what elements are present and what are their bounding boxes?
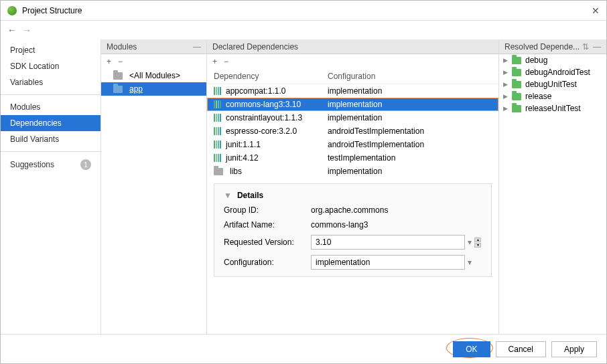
modules-list: <All Modules> app — [101, 69, 206, 96]
ok-button[interactable]: OK — [453, 341, 490, 357]
resolved-panel-title: Resolved Depende... — [504, 42, 580, 52]
folder-icon — [512, 81, 521, 88]
dependency-config: implementation — [328, 113, 382, 122]
folder-icon — [214, 168, 223, 175]
dependency-row[interactable]: commons-lang3:3.10implementation — [207, 98, 498, 111]
dependencies-panel: Declared Dependencies + − Dependency Con… — [207, 39, 499, 334]
dependency-name: constraintlayout:1.1.3 — [226, 113, 302, 122]
module-item-all[interactable]: <All Modules> — [101, 69, 206, 82]
dialog-footer: OK Cancel Apply — [1, 334, 606, 363]
details-title: Details — [237, 191, 263, 200]
back-icon[interactable]: ← — [7, 25, 17, 35]
dependency-row[interactable]: appcompat:1.1.0implementation — [207, 84, 498, 98]
close-icon[interactable]: ✕ — [592, 5, 600, 16]
folder-icon — [512, 69, 521, 76]
resolved-label: debugUnitTest — [525, 80, 577, 89]
artifact-name-value: commons-lang3 — [311, 220, 482, 230]
modules-toolbar: + − — [101, 54, 206, 69]
dependency-name: junit:4.12 — [226, 153, 259, 163]
expand-icon[interactable]: ▶ — [503, 57, 508, 64]
dropdown-icon[interactable]: ▾ — [468, 238, 472, 247]
version-stepper[interactable]: ▴▾ — [474, 238, 481, 248]
minimize-icon[interactable]: — — [593, 42, 601, 52]
dependency-config: testImplementation — [328, 153, 395, 163]
dependency-config: androidTestImplementation — [328, 140, 424, 149]
dependency-row[interactable]: espresso-core:3.2.0androidTestImplementa… — [207, 124, 498, 138]
modules-panel-header: Modules — — [101, 39, 206, 54]
resolved-item[interactable]: ▶debugUnitTest — [499, 78, 606, 90]
sidebar-item-project[interactable]: Project — [1, 42, 100, 58]
sidebar-item-sdk-location[interactable]: SDK Location — [1, 58, 100, 74]
forward-icon[interactable]: → — [22, 25, 31, 35]
artifact-name-label: Artifact Name: — [224, 220, 304, 230]
col-configuration: Configuration — [328, 72, 375, 81]
dependency-row[interactable]: constraintlayout:1.1.3implementation — [207, 111, 498, 124]
add-dependency-icon[interactable]: + — [212, 57, 217, 66]
resolved-item[interactable]: ▶debug — [499, 54, 606, 66]
dropdown-icon[interactable]: ▾ — [468, 258, 472, 267]
library-icon — [214, 87, 222, 95]
add-module-icon[interactable]: + — [107, 57, 111, 66]
library-icon — [214, 127, 222, 135]
library-icon — [214, 154, 222, 162]
suggestions-badge: 1 — [80, 159, 91, 170]
dependency-row[interactable]: junit:1.1.1androidTestImplementation — [207, 138, 498, 151]
sidebar-item-build-variants[interactable]: Build Variants — [1, 131, 100, 147]
resolved-label: debugAndroidTest — [525, 68, 590, 77]
apply-button[interactable]: Apply — [551, 341, 597, 357]
deps-toolbar: + − — [207, 54, 498, 69]
expand-icon[interactable]: ▶ — [503, 81, 508, 88]
dependency-name: junit:1.1.1 — [226, 140, 261, 149]
dependency-name: libs — [230, 167, 242, 176]
dependency-config: implementation — [328, 100, 382, 109]
group-id-value: org.apache.commons — [311, 205, 482, 215]
sidebar-item-modules[interactable]: Modules — [1, 99, 100, 115]
dependency-config: implementation — [328, 86, 382, 96]
library-icon — [214, 100, 222, 108]
resolved-list: ▶debug▶debugAndroidTest▶debugUnitTest▶re… — [499, 54, 606, 114]
filter-icon[interactable]: ⇅ — [582, 42, 589, 52]
dependency-config: androidTestImplementation — [328, 126, 424, 136]
remove-dependency-icon[interactable]: − — [224, 57, 228, 66]
resolved-item[interactable]: ▶debugAndroidTest — [499, 66, 606, 78]
expand-icon[interactable]: ▶ — [503, 93, 508, 100]
minimize-icon[interactable]: — — [193, 42, 201, 52]
folder-icon — [113, 72, 123, 80]
expand-icon[interactable]: ▶ — [503, 69, 508, 76]
dependency-config: implementation — [328, 167, 382, 176]
nav-bar: ← → — [1, 21, 606, 39]
module-label: <All Modules> — [129, 71, 180, 80]
folder-icon — [512, 57, 521, 64]
resolved-label: releaseUnitTest — [525, 104, 581, 113]
resolved-label: debug — [525, 56, 547, 65]
library-icon — [214, 141, 222, 149]
module-item-app[interactable]: app — [101, 82, 206, 96]
sidebar-item-dependencies[interactable]: Dependencies — [1, 115, 100, 131]
sidebar-separator — [1, 94, 100, 95]
dependency-row[interactable]: libsimplementation — [207, 165, 498, 178]
collapse-icon[interactable]: ▼ — [224, 191, 232, 200]
details-panel: ▼ Details Group ID: org.apache.commons A… — [214, 183, 492, 277]
cancel-button[interactable]: Cancel — [496, 341, 546, 357]
remove-module-icon[interactable]: − — [118, 57, 123, 66]
sidebar-item-suggestions[interactable]: Suggestions 1 — [1, 156, 100, 173]
group-id-label: Group ID: — [224, 205, 304, 215]
sidebar-item-variables[interactable]: Variables — [1, 74, 100, 90]
title-bar: Project Structure ✕ — [1, 1, 606, 21]
dependency-name: espresso-core:3.2.0 — [226, 126, 297, 136]
deps-column-headers: Dependency Configuration — [207, 69, 498, 84]
configuration-select[interactable] — [311, 255, 465, 270]
resolved-panel-header: Resolved Depende... ⇅ — — [499, 39, 606, 54]
sidebar-separator — [1, 151, 100, 152]
dependency-row[interactable]: junit:4.12testImplementation — [207, 151, 498, 165]
resolved-item[interactable]: ▶releaseUnitTest — [499, 102, 606, 114]
folder-icon — [512, 105, 521, 112]
requested-version-input[interactable] — [311, 235, 465, 250]
resolved-panel: Resolved Depende... ⇅ — ▶debug▶debugAndr… — [499, 39, 606, 334]
resolved-item[interactable]: ▶release — [499, 90, 606, 102]
app-logo-icon — [7, 6, 17, 15]
expand-icon[interactable]: ▶ — [503, 105, 508, 112]
configuration-label: Configuration: — [224, 258, 304, 267]
deps-panel-header: Declared Dependencies — [207, 39, 498, 54]
modules-panel-title: Modules — [107, 42, 137, 52]
